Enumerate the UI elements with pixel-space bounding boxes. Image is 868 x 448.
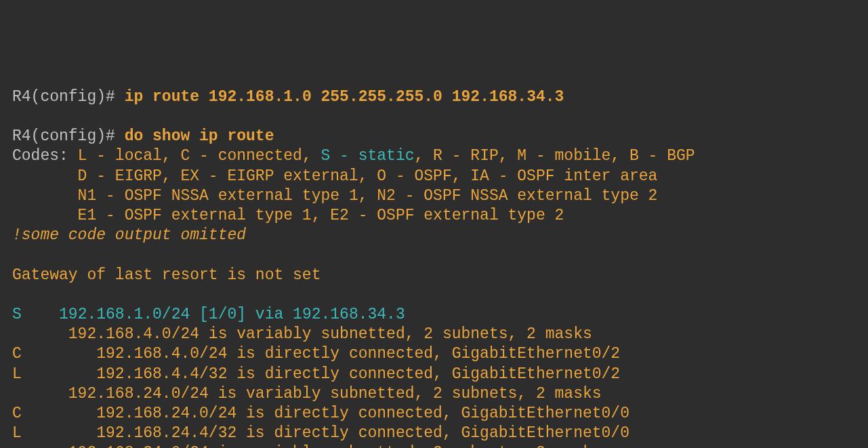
route-24-local: L 192.168.24.4/32 is directly connected,… xyxy=(12,424,629,442)
route-24-connected: C 192.168.24.0/24 is directly connected,… xyxy=(12,405,629,422)
omitted-note: !some code output omitted xyxy=(12,226,246,244)
route-34-header: 192.168.34.0/24 is variably subnetted, 2… xyxy=(12,444,602,448)
prompt-line1: R4(config)# xyxy=(12,88,125,106)
gateway-line: Gateway of last resort is not set xyxy=(12,266,321,284)
command-ip-route: ip route 192.168.1.0 255.255.255.0 192.1… xyxy=(125,88,564,106)
codes-line2: D - EIGRP, EX - EIGRP external, O - OSPF… xyxy=(12,167,657,185)
static-route-line: 192.168.1.0/24 [1/0] via 192.168.34.3 xyxy=(22,306,405,323)
prompt-line2: R4(config)# xyxy=(12,127,125,145)
codes-line1b: , R - RIP, M - mobile, B - BGP xyxy=(415,147,695,165)
command-show-ip-route: do show ip route xyxy=(125,127,274,145)
codes-prefix: Codes: xyxy=(12,147,78,165)
route-4-connected: C 192.168.4.0/24 is directly connected, … xyxy=(12,345,620,363)
codes-line3: N1 - OSPF NSSA external type 1, N2 - OSP… xyxy=(12,187,657,205)
codes-line4: E1 - OSPF external type 1, E2 - OSPF ext… xyxy=(12,207,564,224)
static-route-code: S xyxy=(12,306,22,323)
terminal-output: R4(config)# ip route 192.168.1.0 255.255… xyxy=(12,87,856,448)
route-4-local: L 192.168.4.4/32 is directly connected, … xyxy=(12,365,620,383)
route-4-header: 192.168.4.0/24 is variably subnetted, 2 … xyxy=(12,325,592,343)
codes-line1a: L - local, C - connected, xyxy=(78,147,321,165)
route-24-header: 192.168.24.0/24 is variably subnetted, 2… xyxy=(12,385,602,403)
codes-static-highlight: S - static xyxy=(321,147,414,165)
